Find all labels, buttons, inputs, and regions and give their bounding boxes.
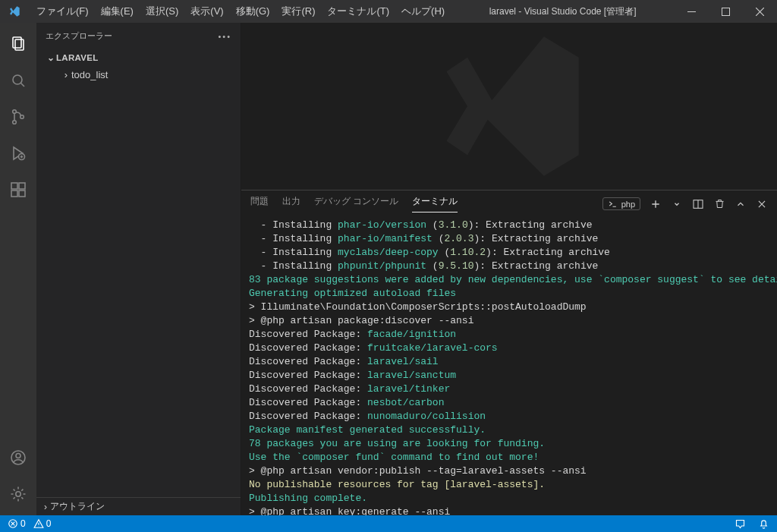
sidebar: エクスプローラー ••• ⌄ LARAVEL › todo_list › アウト… [36,23,241,515]
svg-point-14 [16,454,20,458]
warning-icon [33,518,44,529]
svg-rect-11 [19,190,25,197]
sidebar-title: エクスプローラー [46,30,112,42]
editor-empty [241,23,777,190]
tab-problems[interactable]: 問題 [250,196,269,212]
split-terminal-icon[interactable] [692,198,704,210]
titlebar: ファイル(F) 編集(E) 選択(S) 表示(V) 移動(G) 実行(R) ター… [0,0,777,23]
svg-point-6 [13,121,17,124]
svg-point-15 [16,492,20,496]
panel-close-icon[interactable] [756,198,768,210]
activity-accounts-icon[interactable] [0,439,36,476]
tab-output[interactable]: 出力 [282,196,300,212]
terminal-dropdown-icon[interactable] [671,198,683,210]
project-name: LARAVEL [56,53,99,62]
menu-help[interactable]: ヘルプ(H) [395,0,451,23]
close-button[interactable] [743,0,777,23]
svg-rect-2 [13,37,21,48]
panel: 問題 出力 デバッグ コンソール ターミナル php [241,190,777,515]
chevron-right-icon: › [61,69,71,80]
menu-selection[interactable]: 選択(S) [140,0,184,23]
activity-search-icon[interactable] [0,62,36,99]
outline-section[interactable]: › アウトライン [36,497,241,515]
svg-rect-12 [19,183,25,189]
terminal-body[interactable]: - Installing phar-io/version (3.1.0): Ex… [241,217,777,515]
status-feedback-icon[interactable] [735,518,746,530]
maximize-button[interactable] [709,0,743,23]
svg-rect-10 [11,190,17,197]
status-errors[interactable]: 0 [8,518,26,529]
menu-view[interactable]: 表示(V) [184,0,229,23]
status-errors-count: 0 [20,518,26,529]
new-terminal-icon[interactable] [650,198,662,210]
activity-bar [0,23,36,515]
status-warnings[interactable]: 0 [33,518,52,529]
terminal-selector-label: php [621,200,635,209]
panel-maximize-icon[interactable] [735,198,747,210]
vscode-logo-icon [8,5,21,18]
panel-tabs: 問題 出力 デバッグ コンソール ターミナル php [241,190,777,217]
activity-explorer-icon[interactable] [0,26,36,62]
svg-point-5 [13,110,17,114]
outline-label: アウトライン [50,500,105,513]
activity-run-debug-icon[interactable] [0,135,36,172]
menu-terminal[interactable]: ターミナル(T) [321,0,395,23]
folder-label: todo_list [71,69,108,80]
menu-run[interactable]: 実行(R) [275,0,321,23]
menu-edit[interactable]: 編集(E) [95,0,140,23]
activity-extensions-icon[interactable] [0,172,36,208]
status-warnings-count: 0 [46,518,52,529]
main-area: 問題 出力 デバッグ コンソール ターミナル php [241,23,777,515]
chevron-down-icon: ⌄ [46,52,56,63]
svg-rect-1 [722,8,730,15]
status-bar: 0 0 [0,515,777,532]
file-tree: ⌄ LARAVEL › todo_list [36,49,241,497]
svg-point-7 [20,115,24,119]
project-root[interactable]: ⌄ LARAVEL [39,49,241,66]
menubar: ファイル(F) 編集(E) 選択(S) 表示(V) 移動(G) 実行(R) ター… [30,0,451,23]
minimize-button[interactable] [675,0,709,23]
tab-debug-console[interactable]: デバッグ コンソール [314,196,398,212]
error-icon [8,518,18,529]
activity-source-control-icon[interactable] [0,99,36,135]
svg-rect-3 [15,39,24,50]
activity-settings-gear-icon[interactable] [0,476,36,512]
window-controls [675,0,777,23]
menu-go[interactable]: 移動(G) [230,0,276,23]
sidebar-header: エクスプローラー ••• [36,23,241,49]
chevron-right-icon: › [44,502,47,512]
sidebar-more-icon[interactable]: ••• [218,32,231,41]
svg-rect-0 [687,11,696,12]
tab-terminal[interactable]: ターミナル [412,196,458,212]
status-bell-icon[interactable] [758,518,769,530]
kill-terminal-icon[interactable] [713,198,725,210]
folder-todo-list[interactable]: › todo_list [39,66,241,83]
terminal-icon [608,199,618,209]
vscode-watermark-icon [426,23,593,190]
svg-rect-9 [11,183,17,189]
window-title: laravel - Visual Studio Code [管理者] [451,5,675,18]
menu-file[interactable]: ファイル(F) [30,0,95,23]
svg-point-4 [13,75,22,84]
terminal-selector[interactable]: php [602,197,640,210]
